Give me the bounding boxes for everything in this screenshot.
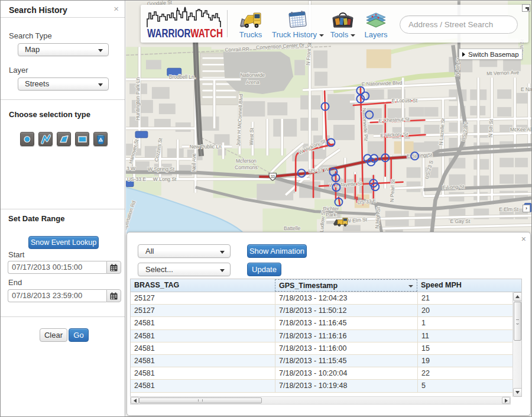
nav-trucks[interactable]: Trucks (234, 9, 267, 39)
calendar-icon (110, 292, 118, 300)
scroll-right-button[interactable] (502, 397, 510, 404)
vertical-scrollbar[interactable] (512, 292, 521, 397)
map-street-label: Commons (235, 164, 258, 170)
polyline-icon (41, 134, 51, 144)
table-cell: 1 (417, 317, 512, 329)
table-row[interactable]: 245817/18/2013 - 11:16:0015 (131, 342, 512, 355)
chevron-down-icon (220, 269, 225, 272)
map-street-label: McKee Al (510, 127, 531, 132)
warriorwatch-logo[interactable]: WARRIORWATCH (146, 6, 224, 41)
map-street-label: Park (326, 212, 336, 218)
clear-button[interactable]: Clear (40, 328, 67, 342)
select-extent-button[interactable] (75, 132, 89, 146)
toolbox-icon (329, 9, 357, 28)
map-street-label: Brodbell Ln. (169, 74, 196, 80)
main-area: 33 Goodale StConrail RRConvention Center… (126, 1, 531, 416)
table-cell: 22 (417, 367, 512, 379)
trash-recycle-icon (96, 134, 106, 144)
horizontal-scrollbar[interactable] (130, 396, 511, 405)
table-row[interactable]: 245817/18/2013 - 11:15:4519 (131, 355, 512, 367)
scroll-down-button[interactable] (513, 388, 521, 397)
column-header-brass-tag[interactable]: BRASS_TAG (131, 279, 275, 292)
nav-tools[interactable]: Tools (329, 9, 357, 39)
map-street-label: Neil Ave (191, 153, 197, 172)
chevron-down-icon (220, 251, 225, 254)
select-polyline-button[interactable] (38, 132, 53, 146)
map-street-label: Nationwide (240, 72, 265, 78)
table-cell: 7/18/2013 - 11:50:12 (275, 305, 417, 316)
map-street-label: E Elm St (499, 206, 519, 212)
table-row[interactable]: 251277/18/2013 - 11:50:1220 (131, 305, 512, 317)
nav-truck-history-label: Truck History (270, 30, 326, 39)
truck-icon (234, 9, 267, 28)
table-cell: 7/18/2013 - 10:20:04 (275, 367, 417, 379)
nav-layers[interactable]: Layers (361, 9, 391, 39)
column-header-speed-mph[interactable]: Speed MPH (417, 279, 521, 292)
clear-graphics-button[interactable] (93, 132, 108, 146)
close-icon[interactable]: × (521, 234, 526, 244)
column-header-gps-timestamp[interactable]: GPS_Timestamp (275, 279, 417, 292)
horizontal-scroll-thumb[interactable] (139, 397, 262, 403)
map-street-label: US-33 E (127, 176, 146, 182)
switch-basemap-label: Switch Basemap (468, 51, 519, 58)
table-body: 251277/18/2013 - 12:04:2321251277/18/201… (131, 292, 521, 397)
map-street-label: E Gay St (450, 218, 471, 224)
snow-event-lookup-button[interactable]: Snow Event Lookup (28, 236, 99, 249)
column-header-text: GPS_Timestamp (279, 282, 338, 290)
nav-truck-history[interactable]: Truck History (270, 9, 326, 39)
table-row[interactable]: 245817/18/2013 - 10:19:485 (131, 380, 512, 392)
vertical-scroll-thumb[interactable] (514, 302, 521, 341)
table-cell: 20 (417, 305, 512, 316)
table-cell: 24581 (131, 330, 275, 342)
polygon-icon (59, 134, 69, 144)
chevron-right-icon: › (525, 205, 527, 211)
table-cell: 21 (417, 292, 512, 304)
search-type-dropdown[interactable]: Map (18, 43, 109, 56)
event-select-value: Select... (145, 265, 173, 274)
go-button[interactable]: Go (69, 328, 89, 342)
layer-value: Streets (25, 79, 49, 88)
table-cell: 11 (417, 330, 512, 342)
table-row[interactable]: 245817/18/2013 - 11:16:451 (131, 317, 512, 329)
nav-label-text: Trucks (239, 30, 262, 39)
start-label: Start (8, 250, 24, 259)
selection-tools (20, 132, 108, 146)
map-street-label: E Nag (521, 86, 531, 92)
layer-label: Layer (9, 66, 28, 75)
expand-panel-button[interactable]: › (523, 205, 530, 212)
rectangle-icon (77, 134, 87, 144)
switch-basemap-button[interactable]: Switch Basemap (459, 49, 523, 60)
divider (1, 17, 125, 18)
table-row[interactable]: 245817/18/2013 - 10:20:0422 (131, 367, 512, 380)
map-street-label: Arena (246, 79, 259, 85)
scroll-left-button[interactable] (131, 397, 139, 404)
event-select-dropdown[interactable]: Select... (138, 263, 231, 276)
table-row[interactable]: 245817/18/2013 - 11:16:1611 (131, 330, 512, 342)
logo-watch-text: WATCH (190, 27, 223, 40)
maximize-button[interactable] (522, 4, 530, 12)
table-row[interactable]: 251277/18/2013 - 12:04:2321 (131, 292, 512, 305)
us33-shield-label: 33 (271, 174, 275, 179)
start-calendar-button[interactable] (106, 261, 121, 274)
table-rows: 251277/18/2013 - 12:04:2321251277/18/201… (131, 292, 512, 393)
end-calendar-button[interactable] (106, 289, 121, 302)
map-street-label: Conrail RR (225, 46, 249, 53)
map-blue-sign (135, 131, 148, 138)
start-date-input[interactable]: 07/17/2013 00:15:00 (8, 261, 106, 274)
close-icon[interactable]: × (113, 4, 119, 13)
scroll-up-button[interactable] (513, 292, 521, 301)
address-search-input[interactable] (400, 15, 518, 34)
nav-label-text: Truck History (272, 30, 317, 39)
table-cell: 19 (417, 355, 512, 367)
chevron-down-icon (319, 34, 324, 37)
search-type-value: Map (25, 45, 40, 54)
end-date-input[interactable]: 07/18/2013 23:59:00 (8, 289, 106, 302)
show-animation-button[interactable]: Show Animation (247, 244, 307, 258)
truck-filter-dropdown[interactable]: All (138, 244, 231, 258)
select-polygon-button[interactable] (57, 132, 71, 146)
select-point-button[interactable] (20, 132, 34, 146)
layer-dropdown[interactable]: Streets (18, 77, 109, 90)
nav-layers-label: Layers (361, 30, 391, 39)
table-cell: 25127 (131, 305, 275, 316)
update-button[interactable]: Update (247, 263, 281, 276)
